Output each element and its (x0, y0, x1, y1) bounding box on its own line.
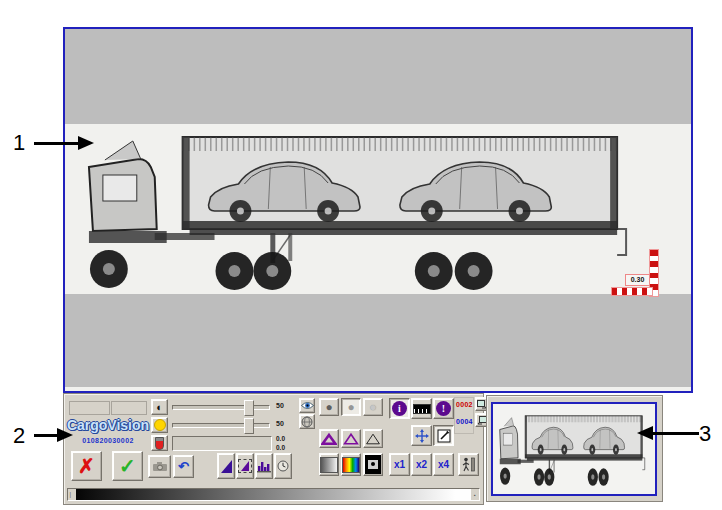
edge-medium-button[interactable] (341, 429, 361, 448)
histogram-button[interactable] (255, 453, 273, 479)
density-light-button[interactable]: ● (363, 398, 383, 416)
scene-mode-button[interactable] (299, 414, 315, 429)
ramp-right-cap[interactable]: ▪ (471, 489, 479, 500)
scan-background-band-top (65, 29, 691, 124)
callout-2-arrow-line (34, 434, 58, 437)
callout-2-arrow-head (57, 428, 73, 442)
info-icon: i (392, 401, 407, 416)
operator-exit-button[interactable] (458, 453, 479, 476)
lamp-icon (155, 437, 164, 450)
cargovision-screen: 0.30 CargoVision 010820030002 ✗ ✓ ↶ ◐ (0, 0, 722, 510)
accept-button[interactable]: ✓ (112, 451, 143, 481)
rainbow-gradient-icon (342, 457, 360, 473)
brightness-slider[interactable] (172, 417, 270, 433)
contrast-icon: ◐ (156, 401, 163, 413)
xray-truck-image (75, 133, 653, 295)
contrast-slider-thumb[interactable] (244, 400, 254, 416)
contrast-slider[interactable] (172, 399, 270, 415)
grayscale-ramp[interactable]: ▏ ▪ (67, 488, 480, 501)
filled-triangle-icon (221, 460, 232, 473)
invert-image-button[interactable] (363, 453, 383, 476)
timer-button[interactable] (274, 453, 292, 479)
brightness-value: 50 (276, 420, 284, 427)
zoom-x1-label: x1 (394, 459, 405, 470)
scan-id: 010820030002 (66, 437, 150, 444)
xray-lamp-button[interactable] (151, 435, 168, 451)
print-button[interactable] (148, 455, 171, 478)
exclamation-icon: ! (436, 401, 451, 416)
callout-1-arrow-head (78, 136, 94, 150)
callout-2-label: 2 (13, 423, 25, 449)
xray-image-view[interactable]: 0.30 (63, 27, 693, 393)
light-circle-icon: ● (369, 401, 376, 413)
dark-circle-icon: ● (325, 401, 332, 413)
negative-film-icon (368, 460, 378, 469)
zoom-x2-label: x2 (416, 459, 427, 470)
callout-3-arrow-head (637, 426, 653, 440)
reject-x-icon: ✗ (78, 454, 95, 478)
status-cell-right (111, 401, 147, 415)
scale-marker-label: 0.30 (625, 274, 650, 286)
region-select-button[interactable] (236, 453, 254, 479)
contrast-slider-groove[interactable] (172, 405, 270, 410)
thick-triangle-icon (321, 432, 337, 446)
callout-1-arrow-line (34, 142, 79, 145)
contrast-button[interactable]: ◐ (151, 399, 168, 415)
overview-thumbnail[interactable] (491, 402, 657, 496)
zoom-x4-button[interactable]: x4 (433, 453, 454, 476)
camera-icon (152, 461, 168, 472)
readout-value-bottom: 0.0 (276, 444, 285, 451)
measure-button[interactable] (411, 398, 432, 419)
info-button[interactable]: i (389, 398, 410, 419)
move-arrows-icon (415, 429, 429, 443)
app-logo: CargoVision (66, 417, 150, 433)
control-panel: CargoVision 010820030002 ✗ ✓ ↶ ◐ (63, 393, 484, 505)
contrast-value: 50 (276, 402, 284, 409)
density-medium-button[interactable]: ● (341, 398, 361, 416)
view-mode-button[interactable] (299, 398, 315, 413)
grayscale-palette-button[interactable] (319, 453, 339, 476)
brightness-slider-groove[interactable] (172, 423, 270, 428)
undo-arrow-icon: ↶ (178, 459, 189, 474)
ramp-left-cap[interactable]: ▏ (68, 489, 76, 500)
status-cell-left (69, 401, 110, 415)
person-door-icon (461, 457, 476, 472)
medium-triangle-icon (343, 432, 359, 446)
pan-button[interactable] (411, 425, 432, 446)
histogram-icon (257, 459, 271, 473)
brightness-slider-thumb[interactable] (244, 418, 254, 434)
zoom-x2-button[interactable]: x2 (411, 453, 432, 476)
reject-button[interactable]: ✗ (71, 451, 102, 481)
eye-icon (301, 401, 314, 410)
alert-button[interactable]: ! (433, 398, 454, 419)
edge-light-button[interactable] (363, 429, 383, 448)
thin-triangle-icon (365, 432, 381, 446)
scan-background-band-bottom (65, 294, 691, 387)
color-palette-button[interactable] (341, 453, 361, 476)
grayscale-ramp-gradient (76, 489, 471, 500)
thumbnail-panel (486, 395, 663, 502)
zoom-x4-label: x4 (438, 459, 449, 470)
fit-to-window-button[interactable] (433, 425, 454, 446)
highlight-tool-button[interactable] (217, 453, 235, 479)
callout-3-arrow-line (653, 432, 699, 435)
dose-readout-field (172, 436, 272, 451)
clock-icon (277, 460, 289, 472)
counter-primary: 0002 (456, 401, 473, 408)
brightness-button[interactable] (151, 417, 168, 433)
density-dark-button[interactable]: ● (319, 398, 339, 416)
callout-3-label: 3 (699, 421, 711, 447)
dashed-triangle-icon (238, 459, 252, 473)
grayscale-gradient-icon (320, 457, 338, 473)
medium-circle-icon: ● (347, 401, 354, 413)
brightness-sun-icon (154, 419, 166, 431)
callout-1-label: 1 (13, 130, 25, 156)
zoom-x1-button[interactable]: x1 (389, 453, 410, 476)
counter-secondary: 0004 (456, 418, 473, 425)
resize-diagonal-icon (437, 429, 451, 443)
globe-icon (301, 416, 313, 428)
edge-strong-button[interactable] (319, 429, 339, 448)
readout-value-top: 0.0 (276, 435, 285, 442)
undo-button[interactable]: ↶ (173, 455, 194, 478)
ruler-icon (413, 404, 431, 414)
